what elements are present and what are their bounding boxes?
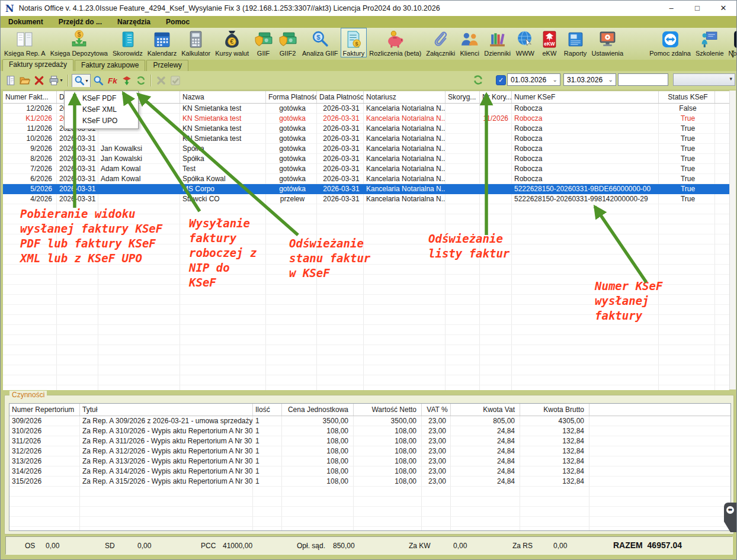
toolbar-button-ksiega-depozytowa[interactable]: $Księga Depozytowa [48, 28, 110, 57]
toolbar-button-zalaczniki[interactable]: Załączniki [424, 28, 457, 57]
toolbar-button-kalkulator[interactable]: Kalkulator [179, 28, 213, 57]
vertical-scrollbar[interactable] [729, 91, 736, 390]
date-to-field[interactable]: 31.03.2026⌄ [563, 73, 616, 86]
new-invoice-button[interactable] [4, 74, 17, 87]
table-row[interactable] [3, 355, 729, 365]
filter-text-input[interactable] [618, 73, 668, 86]
toolbar-button-ksiega-rep-a[interactable]: Księga Rep. A [2, 28, 48, 57]
menu-item-ksef-pdf[interactable]: KSeF PDF [65, 93, 138, 104]
table-row[interactable]: 9/20262026-03-31Jan KowalksiSpółkagotówk… [3, 144, 729, 154]
toolbar-button-klienci[interactable]: Klienci [457, 28, 482, 57]
cell: gotówka [266, 184, 317, 194]
toolbar-button-giif[interactable]: GIIF [251, 28, 275, 57]
menu-item-przejd-do-[interactable]: Przejdź do ... [51, 16, 110, 28]
table-row[interactable] [9, 527, 730, 531]
table-row[interactable]: 6/20262026-03-31Adam KowalSpółka Kowalgo… [3, 174, 729, 184]
column-header[interactable]: Numer Fakt... [3, 91, 57, 103]
table-row[interactable] [3, 325, 729, 335]
toolbar-button-kalendarz[interactable]: Kalendarz [145, 28, 180, 57]
date-from-field[interactable]: 01.03.2026⌄ [507, 73, 560, 86]
toolbar-button-ekw[interactable]: eKWeKW [537, 28, 562, 57]
table-row[interactable]: 8/20262026-03-31Jan KowalskiSpółkagotówk… [3, 154, 729, 164]
table-row[interactable]: 5/20262026-03-31MS Corpogotówka2026-03-3… [3, 184, 729, 194]
filter-combobox[interactable]: ▾ [673, 73, 735, 86]
table-row[interactable] [3, 345, 729, 355]
menu-item-narz-dzia[interactable]: Narzędzia [110, 16, 158, 28]
table-row[interactable] [3, 365, 729, 375]
column-header[interactable]: Skoryg... [446, 91, 480, 103]
table-row[interactable]: 311/2026Za Rep. A 311/2026 - Wypis aktu … [9, 436, 730, 446]
tab-faktury-zakupowe[interactable]: Faktury zakupowe [75, 60, 145, 71]
fk-export-button[interactable]: Fk [106, 74, 119, 87]
menu-item-ksef-xml[interactable]: KSeF XML [65, 104, 138, 115]
ksef-view-dropdown-button[interactable]: ▾ [72, 74, 91, 87]
open-button[interactable] [18, 74, 31, 87]
table-row[interactable] [9, 517, 730, 527]
table-row[interactable] [9, 487, 730, 497]
minimize-button[interactable]: – [658, 1, 684, 16]
column-header[interactable]: Status KSeF [659, 91, 715, 103]
table-row[interactable] [9, 497, 730, 507]
menu-item-pomoc[interactable]: Pomoc [158, 16, 197, 28]
close-button[interactable]: ✕ [710, 1, 736, 16]
date-filter-checkbox[interactable]: ✓ [496, 75, 506, 85]
tab-faktury-sprzedaży[interactable]: Faktury sprzedaży [2, 59, 73, 71]
table-row[interactable] [3, 385, 729, 390]
table-row[interactable]: 4/20262026-03-31Stawcki COprzelew2026-03… [3, 194, 729, 204]
column-header[interactable] [589, 404, 730, 416]
table-row[interactable]: 314/2026Za Rep. A 314/2026 - Wypis aktu … [9, 466, 730, 477]
table-row[interactable] [3, 375, 729, 385]
column-header[interactable]: Kwota Brutto [520, 404, 589, 416]
column-header[interactable]: Cena Jednostkowa [282, 404, 354, 416]
delete-button[interactable] [33, 74, 46, 87]
cell [364, 385, 446, 390]
column-header[interactable]: Nazwa [180, 91, 266, 103]
menu-item-ksef-upo[interactable]: KSeF UPO [65, 115, 138, 127]
preview-button[interactable] [92, 74, 105, 87]
tab-przelewy[interactable]: Przelewy [146, 60, 188, 71]
column-header[interactable]: VAT % [422, 404, 451, 416]
column-header[interactable]: Kwota Vat [451, 404, 520, 416]
print-button[interactable]: ▾ [47, 74, 65, 87]
table-row[interactable]: 310/2026Za Rep. A 310/2026 - Wypis aktu … [9, 426, 730, 436]
column-header[interactable]: Numer Repertorium [9, 404, 80, 416]
toolbar-button-rozliczenia[interactable]: Rozliczenia (beta) [367, 28, 424, 57]
table-row[interactable] [9, 507, 730, 517]
toolbar-button-skorowidz[interactable]: Skorowidz [110, 28, 145, 57]
table-row[interactable]: 315/2026Za Rep. A 315/2026 - Wypis aktu … [9, 477, 730, 487]
table-row[interactable]: 10/20262026-03-31KN Smietanka testgotówk… [3, 134, 729, 144]
toolbar-button-kursy-walut[interactable]: €Kursy walut [213, 28, 251, 57]
toolbar-overflow-icon[interactable]: ▾▾ [730, 49, 736, 59]
toolbar-button-dzienniki[interactable]: Dzienniki [482, 28, 513, 57]
toolbar-button-raporty[interactable]: Raporty [562, 28, 589, 57]
column-header[interactable]: Tytuł [80, 404, 253, 416]
table-row[interactable]: 312/2026Za Rep. A 312/2026 - Wypis aktu … [9, 446, 730, 456]
column-header[interactable]: Data Płatności [317, 91, 364, 103]
column-header[interactable]: Notariusz [364, 91, 446, 103]
toolbar-button-www[interactable]: WWW [513, 28, 537, 57]
maximize-button[interactable]: □ [684, 1, 710, 16]
toolbar-button-faktury[interactable]: $Faktury [341, 28, 367, 57]
cell [282, 517, 354, 527]
cell [9, 517, 80, 527]
toolbar-button-analiza-giif[interactable]: $Analiza GIIF [300, 28, 341, 57]
column-header[interactable]: Ilość [253, 404, 282, 416]
toolbar-button-ustawienia[interactable]: Ustawienia [589, 28, 626, 57]
refresh-invoice-list-button[interactable] [472, 74, 485, 87]
table-row[interactable]: 313/2026Za Rep. A 313/2026 - Wypis aktu … [9, 456, 730, 466]
cell [3, 375, 57, 385]
toolbar-button-pomoc-zdalna[interactable]: Pomoc zdalna [647, 28, 693, 57]
menu-item-dokument[interactable]: Dokument [1, 16, 51, 28]
toolbar-button-giif2[interactable]: GIIF2 [275, 28, 300, 57]
table-row[interactable]: 309/2026Za Rep. A 309/2026 z 2026-03-21 … [9, 416, 730, 426]
refresh-ksef-status-button[interactable] [134, 74, 148, 87]
column-header[interactable]: Nr Kory... [480, 91, 512, 103]
toolbar-button-szkolenie[interactable]: Szkolenie [693, 28, 726, 57]
column-header[interactable]: Forma Płatności [266, 91, 317, 103]
column-header[interactable] [715, 91, 729, 103]
table-row[interactable]: 7/20262026-03-31Adam KowalTestgotówka202… [3, 164, 729, 174]
column-header[interactable]: Numer KSeF [512, 91, 659, 103]
send-to-ksef-button[interactable] [120, 74, 133, 87]
column-header[interactable]: Wartość Netto [354, 404, 422, 416]
table-row[interactable] [3, 335, 729, 345]
